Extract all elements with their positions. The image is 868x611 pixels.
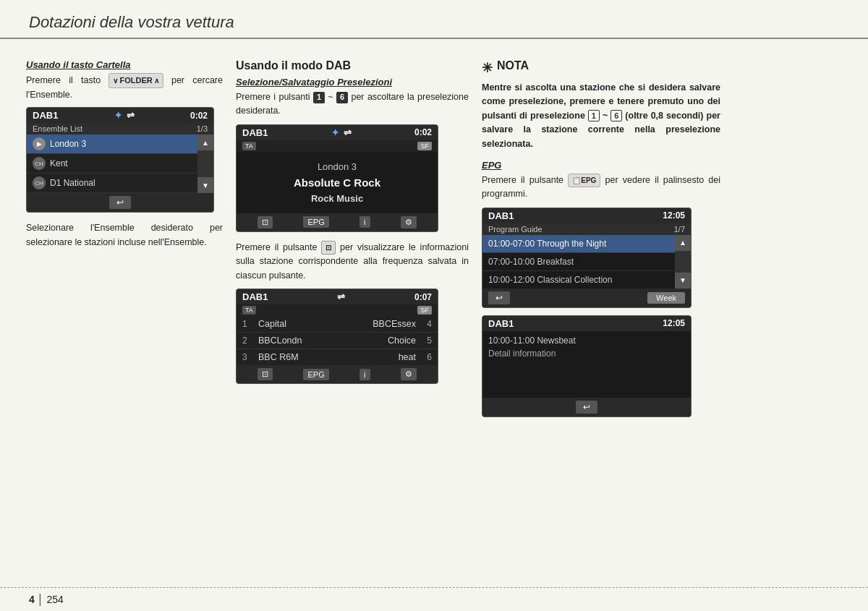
content-area: Usando il tasto Cartella Premere il tast… [0, 39, 868, 426]
nota-num-6: 6 [610, 110, 622, 121]
dab-bottom-bar-2: ⊡ EPG i ⚙ [237, 213, 438, 231]
dab-list-area: ▶ London 3 CH Kent CH D1 National ▲ [27, 134, 213, 193]
footer-divider: │ [38, 594, 44, 605]
station-info-button[interactable]: ⊡ [321, 241, 336, 255]
epg-screen-2: DAB1 12:05 10:00-11:00 Newsbeat Detail i… [482, 315, 692, 417]
epg-detail-bottom: ↩ [482, 398, 691, 416]
ta-bar-2: TA SF [237, 140, 438, 152]
left-body-text: Selezionare l'Ensemble desiderato per se… [26, 221, 223, 249]
epg-detail-body: Detail information [488, 349, 685, 359]
nota-num-1: 1 [588, 110, 600, 121]
transfer-icon-2: ⇌ [344, 127, 352, 138]
dab-list-items: ▶ London 3 CH Kent CH D1 National [27, 134, 197, 193]
right-column: ✳ NOTA Mentre si ascolta una stazione ch… [482, 59, 720, 426]
list-item[interactable]: ▶ London 3 [27, 134, 197, 154]
ensemble-list-label: Ensemble List [33, 124, 82, 133]
epg-scroll-down[interactable]: ▼ [675, 273, 691, 289]
dab-bottom-bar-3: ⊡ EPG i ⚙ [237, 365, 438, 383]
dab-scroll-buttons: ▲ ▼ [197, 134, 213, 193]
info-icon-btn-3[interactable]: ⊡ [258, 368, 273, 380]
epg-detail-area: 10:00-11:00 Newsbeat Detail information [482, 331, 691, 398]
transfer-icon-3: ⇌ [337, 291, 345, 302]
ta-badge-3: TA [242, 306, 256, 315]
dab-top-bar-2: DAB1 ✦ ⇌ 0:02 [237, 125, 438, 140]
epg-dab-label-2: DAB1 [488, 318, 514, 329]
ch-icon-2: CH [33, 176, 46, 189]
program-guide-label: Program Guide [488, 225, 542, 234]
preset-row-2: 2 BBCLondn Choice 5 [237, 333, 438, 349]
epg-item-3[interactable]: 10:00-12:00 Classical Collection [482, 271, 675, 289]
nota-title: NOTA [497, 59, 529, 72]
preset-num-1: 1 [313, 92, 325, 103]
footer-page: 254 [47, 594, 64, 605]
epg-bottom-bar: ↩ Week [482, 289, 691, 307]
preset-row-1: 1 Capital BBCEssex 4 [237, 316, 438, 333]
epg-item-2[interactable]: 07:00-10:00 Breakfast [482, 253, 675, 271]
bluetooth-icon-2: ✦ [331, 127, 339, 138]
epg-detail-back-button[interactable]: ↩ [576, 401, 597, 414]
epg-dab-time-1: 12:05 [663, 210, 685, 221]
dab-label-1: DAB1 [33, 110, 58, 121]
left-column: Usando il tasto Cartella Premere il tast… [26, 59, 236, 426]
folder-left-arrow: ∨ [113, 75, 118, 86]
presets-intro: Premere i pulsanti 1 ~ 6 per ascoltare l… [236, 90, 469, 119]
dab-bottom-bar-1: ↩ [27, 193, 213, 212]
sf-badge-3: SF [417, 306, 432, 315]
info-btn-2[interactable]: i [359, 216, 370, 228]
epg-intro-text: Premere il pulsante 📋 EPG per vedere il … [482, 174, 720, 202]
epg-top-bar-2: DAB1 12:05 [482, 316, 691, 331]
folder-button[interactable]: ∨ FOLDER ∧ [109, 73, 163, 88]
asterisk-icon: ✳ [482, 60, 493, 76]
nota-header: ✳ NOTA [482, 59, 720, 77]
preset-row-3: 3 BBC R6M heat 6 [237, 349, 438, 365]
transfer-icon: ⇌ [127, 110, 135, 121]
info-btn-3[interactable]: i [359, 369, 370, 380]
epg-list-area: 01:00-07:00 Through the Night 07:00-10:0… [482, 235, 691, 289]
play-icon: ▶ [33, 137, 46, 150]
back-button-1[interactable]: ↩ [109, 196, 131, 209]
preset-station-2: Absolute C Rock [248, 174, 426, 191]
scroll-up-button[interactable]: ▲ [197, 134, 213, 150]
list-item[interactable]: CH D1 National [27, 174, 197, 193]
epg-detail-title: 10:00-11:00 Newsbeat [488, 336, 685, 346]
epg-screen-1: DAB1 12:05 Program Guide 1/7 01:00-07:00… [482, 208, 692, 308]
epg-scroll-up[interactable]: ▲ [675, 235, 691, 251]
page-header: Dotazioni della vostra vettura [0, 0, 868, 39]
ensemble-list-count: 1/3 [197, 124, 208, 133]
info-text-para: Premere il pulsante ⊡ per visualizzare l… [236, 241, 469, 283]
list-item[interactable]: CH Kent [27, 154, 197, 174]
footer-number: 4 [29, 594, 35, 605]
bluetooth-icon: ✦ [114, 110, 122, 121]
settings-btn-3[interactable]: ⚙ [401, 368, 417, 380]
dab-label-2: DAB1 [242, 127, 268, 138]
epg-top-bar-1: DAB1 12:05 [482, 208, 691, 223]
info-icon-btn[interactable]: ⊡ [258, 216, 273, 228]
epg-dab-time-2: 12:05 [663, 318, 685, 328]
scroll-down-button[interactable]: ▼ [197, 177, 213, 193]
page-title: Dotazioni della vostra vettura [29, 13, 839, 32]
dab-list-header: Ensemble List 1/3 [27, 123, 213, 134]
week-button[interactable]: Week [647, 292, 685, 304]
dab-time-2: 0:02 [414, 127, 432, 137]
dab-icons-1: ✦ ⇌ [114, 110, 135, 121]
epg-btn-label: EPG [581, 175, 596, 187]
folder-label: FOLDER [119, 74, 152, 87]
ch-icon: CH [33, 157, 46, 170]
epg-item-1[interactable]: 01:00-07:00 Through the Night [482, 235, 675, 253]
folder-right-arrow: ∧ [154, 75, 159, 86]
preset-num-6: 6 [336, 92, 348, 103]
sf-badge-2: SF [417, 142, 432, 150]
page-footer: 4 │ 254 [0, 587, 868, 611]
epg-button[interactable]: 📋 EPG [568, 174, 600, 188]
epg-icon-btn-3[interactable]: EPG [303, 369, 328, 380]
epg-back-button[interactable]: ↩ [488, 291, 510, 304]
dab-screen-1: DAB1 ✦ ⇌ 0:02 Ensemble List 1/3 ▶ London… [26, 107, 214, 213]
dab-top-bar-1: DAB1 ✦ ⇌ 0:02 [27, 108, 213, 123]
dab-time-3: 0:07 [414, 292, 432, 302]
preset-area-2: London 3 Absolute C Rock Rock Music [237, 152, 438, 213]
epg-icon-btn[interactable]: EPG [303, 216, 328, 228]
epg-items-list: 01:00-07:00 Through the Night 07:00-10:0… [482, 235, 675, 289]
dab-label-3: DAB1 [242, 291, 268, 302]
settings-btn[interactable]: ⚙ [401, 216, 417, 228]
preset-rows-area: 1 Capital BBCEssex 4 2 BBCLondn Choice 5… [237, 316, 438, 365]
